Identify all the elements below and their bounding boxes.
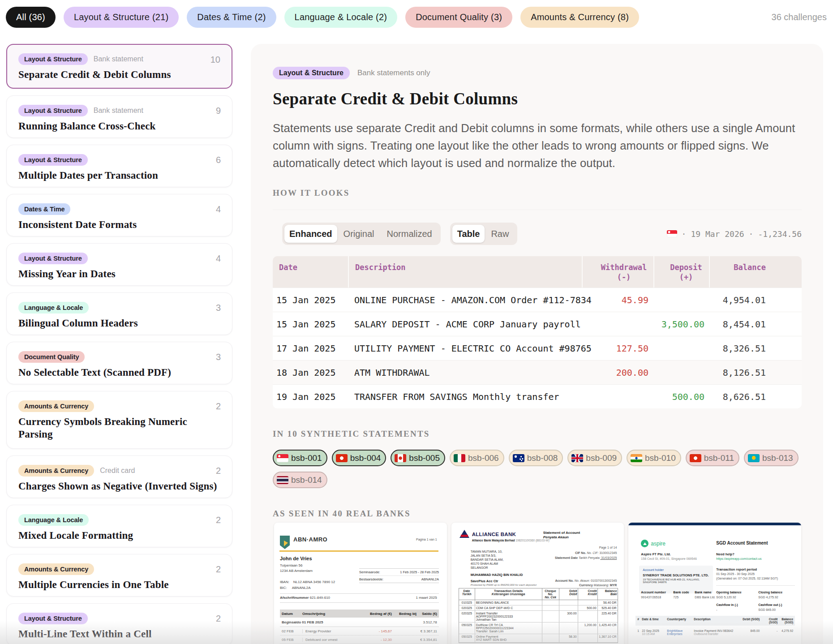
aspire-brand: aspire [651, 541, 666, 547]
category-badge: Layout & Structure [18, 154, 88, 166]
bank-card-abn-amro[interactable]: ABN·AMRO Pagina 1 van 1 John de Vries Tu… [274, 523, 447, 644]
aspire-period-label: Transaction report period [716, 567, 757, 571]
country-flag-icon [395, 454, 406, 462]
alliance-cif: CIF No. No. CIF: 3100012345 [575, 551, 617, 554]
challenge-card[interactable]: Layout & Structure Bank statement 9 Runn… [6, 95, 232, 138]
aspire-period: 01 Sep 2025 - 30 Sep 2025 [716, 572, 755, 575]
statement-pill[interactable]: bsb-005 [391, 450, 445, 466]
statement-pill[interactable]: bsb-010 [627, 450, 681, 466]
category-badge: Layout & Structure [18, 105, 88, 116]
country-flag-icon [277, 476, 288, 484]
abn-hr2 [280, 602, 439, 603]
alliance-accno: Account No. No. Akaun: 010370013002345 [555, 579, 617, 582]
col-deposit: Deposit [670, 262, 702, 272]
table-row[interactable]: 15 Jan 2025 ONLINE PURCHASE - AMAZON.COM… [273, 288, 802, 312]
table-body: 15 Jan 2025 ONLINE PURCHASE - AMAZON.COM… [273, 288, 802, 408]
category-badge: Dates & Time [18, 203, 70, 215]
statement-id: bsb-010 [645, 453, 676, 463]
challenge-card[interactable]: Language & Locale 3 Bilingual Column Hea… [6, 292, 232, 335]
statement-pill[interactable]: bsb-013 [744, 450, 799, 466]
meta-date: 19 Mar 2026 [691, 229, 744, 239]
statement-pill[interactable]: bsb-006 [450, 450, 504, 466]
card-title: Multiple Dates per Transaction [18, 169, 221, 182]
aspire-close-label: Closing balance [758, 591, 782, 594]
challenge-card[interactable]: Dates & Time 4 Inconsistent Date Formats [6, 194, 232, 236]
table-row[interactable]: 18 Jan 2025 ATM WITHDRAWAL 200.00 8,126.… [273, 360, 802, 384]
alliance-holder: MUHAMMAD HAZIQ BIN KHALID [471, 573, 523, 577]
format-toggle-option[interactable]: Table [452, 225, 485, 243]
challenge-card[interactable]: Layout & Structure Bank statement 10 Sep… [6, 44, 232, 89]
abn-page: Pagina 1 van 1 [416, 538, 437, 541]
bank-card-aspire[interactable]: aspire SGD Account Statement Aspire FT P… [628, 523, 801, 644]
format-toggle-option[interactable]: Raw [485, 225, 515, 243]
challenge-card[interactable]: Amounts & Currency 2 Multiple Currencies… [6, 554, 232, 597]
challenge-card[interactable]: Amounts & Currency 2 Currency Symbols Br… [6, 391, 232, 449]
card-subtitle: Bank statement [94, 55, 143, 63]
statement-pill[interactable]: bsb-009 [567, 450, 622, 466]
alliance-rows: 010325 BEGINNING BALANCE 56.40 DR 020325… [459, 600, 618, 643]
country-flag-icon [690, 454, 701, 462]
singapore-flag-icon [667, 230, 677, 237]
filter-pill[interactable]: Amounts & Currency (8) [520, 7, 639, 28]
card-title: Running Balance Cross-Check [18, 120, 221, 133]
statement-pill[interactable]: bsb-004 [332, 450, 386, 466]
filter-bar: All (36)Layout & Structure (21)Dates & T… [6, 7, 639, 28]
abn-opening-label: Beginsaldo 01 FEB 2025 [282, 620, 323, 624]
filter-pill[interactable]: All (36) [6, 7, 56, 28]
statement-pill[interactable]: bsb-014 [273, 472, 327, 488]
challenge-card[interactable]: Layout & Structure 6 Multiple Dates per … [6, 145, 232, 187]
table-row[interactable]: 17 Jan 2025 UTILITY PAYMENT - ELECTRIC C… [273, 336, 802, 360]
aspire-cfout: SGD 845.00 [758, 608, 776, 611]
card-title: Multiple Currencies in One Table [18, 579, 221, 591]
aspire-bankname: DBS Bank Ltd. [695, 596, 715, 599]
bank-card-alliance[interactable]: ALLIANCE BANK Alliance Bank Malaysia Ber… [451, 523, 624, 644]
abn-info-box: Seminaarode:1 Feb 2025 - 28 Feb 2025Best… [359, 568, 439, 583]
filter-pill[interactable]: Dates & Time (2) [187, 7, 276, 28]
view-toggle-option[interactable]: Normalized [381, 225, 438, 243]
card-count: 2 [216, 614, 221, 624]
statement-pill[interactable]: bsb-008 [509, 450, 563, 466]
view-toggle: EnhancedOriginalNormalized [282, 223, 441, 245]
alliance-table: DateTarikh Transaction DetailsKeterangan… [459, 588, 618, 643]
aspire-help-url[interactable]: https://aspireapp.com/contact-us [716, 557, 761, 560]
view-toggle-option[interactable]: Original [337, 225, 381, 243]
real-banks-heading: AS SEEN IN 40 REAL BANKS [273, 509, 801, 519]
statement-pill[interactable]: bsb-001 [273, 450, 327, 466]
view-toggle-option[interactable]: Enhanced [284, 225, 337, 243]
challenge-card[interactable]: Document Quality 3 No Selectable Text (S… [6, 342, 232, 384]
alliance-acct: SavePlus Acc Ctr [471, 579, 498, 583]
filter-pill[interactable]: Document Quality (3) [405, 7, 512, 28]
challenge-card[interactable]: Layout & Structure 4 Missing Year in Dat… [6, 243, 232, 286]
filter-pill[interactable]: Language & Locale (2) [284, 7, 398, 28]
country-flag-icon [513, 454, 524, 462]
challenge-card[interactable]: Layout & Structure 2 Multi-Line Text Wit… [6, 603, 232, 644]
col-balance: Balance [734, 262, 766, 272]
detail-category-badge: Layout & Structure [273, 67, 350, 79]
card-title: Inconsistent Date Formats [18, 219, 221, 231]
aspire-cfout-label: Cashflow out (-) [758, 603, 782, 606]
col-withdrawal-sub: (-) [617, 272, 631, 282]
aspire-hr [716, 585, 795, 586]
statement-id: bsb-004 [350, 453, 381, 463]
statement-pill[interactable]: bsb-011 [686, 450, 739, 466]
abn-ref: Afschriftnummer 621-849-610 [280, 596, 330, 600]
col-withdrawal: Withdrawal [601, 262, 647, 272]
format-toggle: TableRaw [450, 223, 518, 245]
country-flag-icon [336, 454, 348, 462]
alliance-pidm: Protected by PIDM up to RM250,000 for ea… [471, 584, 537, 586]
aspire-row: 1 22 Sep 202510:15 AM BrightWaveEnterpri… [635, 629, 795, 635]
abn-brand: ABN·AMRO [293, 536, 327, 543]
challenge-card[interactable]: Amounts & Currency Credit card 2 Charges… [6, 455, 232, 498]
table-row[interactable]: 19 Jan 2025 TRANSFER FROM SAVINGS Monthl… [273, 384, 802, 408]
col-date: Date [279, 262, 348, 272]
filter-pill[interactable]: Layout & Structure (21) [64, 7, 179, 28]
card-count: 2 [216, 466, 221, 476]
card-title: Bilingual Column Headers [18, 317, 221, 330]
challenge-card[interactable]: Language & Locale 2 Mixed Locale Formatt… [6, 505, 232, 547]
card-count: 10 [210, 55, 220, 65]
alliance-doc1: Statement of Account [543, 531, 580, 535]
detail-description: Statements use separate Credit and Debit… [273, 120, 802, 172]
alliance-doc2: Penyata Akaun [543, 535, 569, 539]
abn-rows: 02 FEBEnergy Provider- 145,67€ 3.367,11 … [280, 627, 439, 644]
table-row[interactable]: 15 Jan 2025 SALARY DEPOSIT - ACME CORP J… [273, 312, 802, 336]
